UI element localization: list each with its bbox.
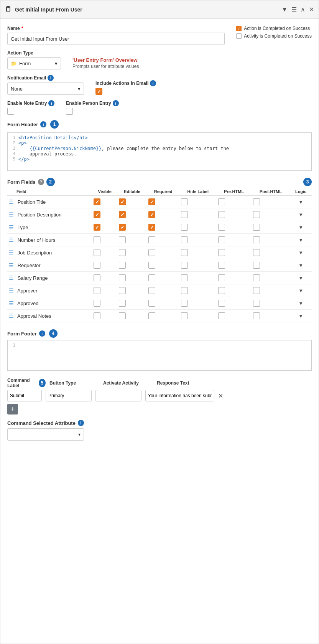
checkbox-unchecked[interactable] xyxy=(119,262,126,269)
logic-filter-icon[interactable]: ▼ xyxy=(298,313,303,319)
checkbox-unchecked[interactable] xyxy=(148,274,155,281)
checkbox-unchecked[interactable] xyxy=(94,262,100,269)
include-actions-checkbox[interactable]: ✓ xyxy=(95,88,102,95)
checkbox-unchecked[interactable] xyxy=(119,274,126,281)
logic-filter-icon[interactable]: ▼ xyxy=(298,301,303,306)
checkbox-unchecked[interactable] xyxy=(119,236,126,243)
logic-filter-icon[interactable]: ▼ xyxy=(298,225,303,230)
drag-handle-icon[interactable]: ☰ xyxy=(9,249,14,256)
checkbox-unchecked[interactable] xyxy=(119,300,126,307)
logic-filter-icon[interactable]: ▼ xyxy=(298,212,303,218)
logic-filter-icon[interactable]: ▼ xyxy=(298,250,303,256)
checkbox-unchecked[interactable] xyxy=(94,312,100,319)
checkbox-unchecked[interactable] xyxy=(218,249,225,256)
checkbox-unchecked[interactable] xyxy=(181,287,188,294)
checkbox-checked[interactable]: ✓ xyxy=(148,211,155,218)
checkbox-unchecked[interactable] xyxy=(253,300,260,307)
delete-command-button[interactable]: ✕ xyxy=(218,392,223,400)
checkbox-unchecked[interactable] xyxy=(253,312,260,319)
checkbox-unchecked[interactable] xyxy=(94,249,100,256)
notification-select[interactable]: None ▾ xyxy=(7,83,84,95)
checkbox-checked[interactable]: ✓ xyxy=(148,198,155,205)
notification-info-icon[interactable]: i xyxy=(48,75,54,81)
checkbox-unchecked[interactable] xyxy=(181,312,188,319)
filter-header-icon[interactable]: ▼ xyxy=(281,6,288,13)
checkbox-unchecked[interactable] xyxy=(181,224,188,231)
checkbox-unchecked[interactable] xyxy=(253,274,260,281)
logic-filter-icon[interactable]: ▼ xyxy=(298,263,303,268)
drag-handle-icon[interactable]: ☰ xyxy=(9,300,14,306)
checkbox-unchecked[interactable] xyxy=(253,198,260,205)
checkbox-unchecked[interactable] xyxy=(181,211,188,218)
logic-filter-icon[interactable]: ▼ xyxy=(298,237,303,243)
action-completed-checkbox[interactable]: ✓ xyxy=(236,26,242,31)
drag-handle-icon[interactable]: ☰ xyxy=(9,237,14,243)
checkbox-unchecked[interactable] xyxy=(148,300,155,307)
checkbox-unchecked[interactable] xyxy=(148,262,155,269)
checkbox-unchecked[interactable] xyxy=(181,300,188,307)
close-icon[interactable]: ✕ xyxy=(309,6,314,13)
checkbox-checked[interactable]: ✓ xyxy=(119,211,126,218)
checkbox-unchecked[interactable] xyxy=(148,236,155,243)
drag-handle-icon[interactable]: ☰ xyxy=(9,287,14,294)
checkbox-unchecked[interactable] xyxy=(94,300,100,307)
drag-handle-icon[interactable]: ☰ xyxy=(9,275,14,281)
checkbox-unchecked[interactable] xyxy=(94,287,100,294)
checkbox-unchecked[interactable] xyxy=(181,262,188,269)
enable-person-info-icon[interactable]: i xyxy=(113,100,119,106)
checkbox-checked[interactable]: ✓ xyxy=(148,224,155,231)
checkbox-unchecked[interactable] xyxy=(148,249,155,256)
checkbox-unchecked[interactable] xyxy=(148,312,155,319)
checkbox-checked[interactable]: ✓ xyxy=(119,224,126,231)
cmd-attr-info-icon[interactable]: i xyxy=(78,420,84,426)
checkbox-unchecked[interactable] xyxy=(181,249,188,256)
menu-icon[interactable]: ☰ xyxy=(291,6,297,13)
checkbox-unchecked[interactable] xyxy=(181,274,188,281)
checkbox-checked[interactable]: ✓ xyxy=(94,224,100,231)
button-type-select[interactable]: Primary xyxy=(46,390,92,401)
include-actions-info-icon[interactable]: i xyxy=(150,80,156,86)
checkbox-checked[interactable]: ✓ xyxy=(94,198,100,205)
checkbox-unchecked[interactable] xyxy=(119,249,126,256)
checkbox-unchecked[interactable] xyxy=(181,198,188,205)
checkbox-unchecked[interactable] xyxy=(218,300,225,307)
checkbox-unchecked[interactable] xyxy=(218,236,225,243)
checkbox-unchecked[interactable] xyxy=(218,224,225,231)
checkbox-unchecked[interactable] xyxy=(253,287,260,294)
drag-handle-icon[interactable]: ☰ xyxy=(9,224,14,230)
drag-handle-icon[interactable]: ☰ xyxy=(9,211,14,218)
form-header-editor[interactable]: 1 <h1>Position Details</h1> 2 <p> 3 {{Cu… xyxy=(7,132,312,171)
checkbox-unchecked[interactable] xyxy=(218,312,225,319)
form-header-info-icon[interactable]: i xyxy=(40,121,46,127)
add-command-button[interactable]: + xyxy=(7,404,18,414)
form-footer-editor[interactable]: 1 xyxy=(7,340,312,371)
checkbox-unchecked[interactable] xyxy=(253,236,260,243)
enable-person-checkbox[interactable] xyxy=(66,108,73,115)
checkbox-unchecked[interactable] xyxy=(119,287,126,294)
logic-filter-icon[interactable]: ▼ xyxy=(298,199,303,205)
enable-note-checkbox[interactable] xyxy=(7,108,14,115)
checkbox-unchecked[interactable] xyxy=(119,312,126,319)
form-fields-help-icon[interactable]: ? xyxy=(38,179,44,185)
logic-filter-icon[interactable]: ▼ xyxy=(298,275,303,281)
drag-handle-icon[interactable]: ☰ xyxy=(9,313,14,319)
checkbox-unchecked[interactable] xyxy=(218,262,225,269)
form-footer-info-icon[interactable]: i xyxy=(39,330,45,337)
checkbox-unchecked[interactable] xyxy=(94,274,100,281)
collapse-icon[interactable]: ∧ xyxy=(301,6,305,13)
checkbox-unchecked[interactable] xyxy=(181,236,188,243)
action-type-select[interactable]: 📁 Form ▾ xyxy=(7,57,61,69)
checkbox-unchecked[interactable] xyxy=(148,287,155,294)
activate-activity-select[interactable] xyxy=(95,390,141,401)
enable-note-info-icon[interactable]: i xyxy=(48,100,54,106)
checkbox-unchecked[interactable] xyxy=(253,249,260,256)
checkbox-checked[interactable]: ✓ xyxy=(94,211,100,218)
checkbox-unchecked[interactable] xyxy=(253,262,260,269)
response-text-input[interactable] xyxy=(145,390,214,401)
checkbox-unchecked[interactable] xyxy=(94,236,100,243)
cmd-label-input[interactable] xyxy=(7,390,42,401)
checkbox-unchecked[interactable] xyxy=(253,211,260,218)
cmd-attr-select[interactable]: ▾ xyxy=(7,428,84,441)
logic-filter-icon[interactable]: ▼ xyxy=(298,288,303,294)
checkbox-checked[interactable]: ✓ xyxy=(119,198,126,205)
